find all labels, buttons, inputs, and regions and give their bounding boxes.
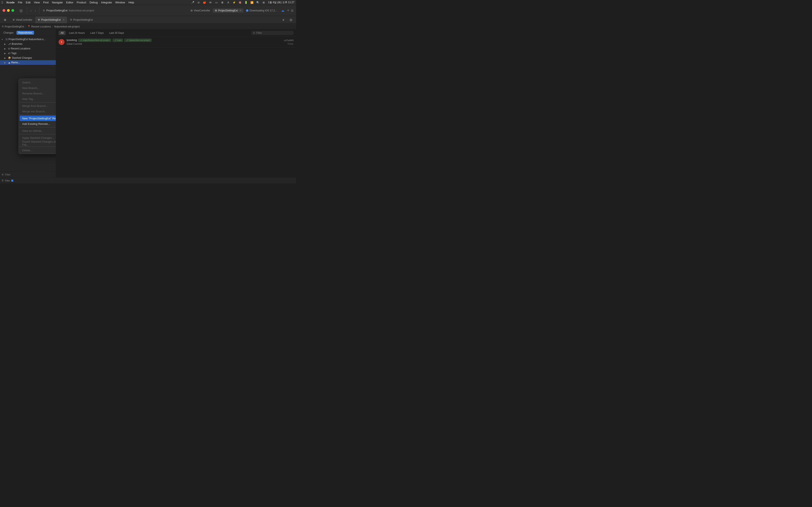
- github-icon[interactable]: ⊙: [197, 1, 200, 4]
- navigate-menu[interactable]: Navigate: [52, 1, 63, 4]
- project-icon: ⚙: [43, 9, 45, 12]
- menu-divider-1: [19, 102, 56, 103]
- view-menu[interactable]: View: [34, 1, 40, 4]
- tree-item-remotes[interactable]: ▶ ☁ Remo...: [0, 60, 56, 65]
- commit-info: lyoodong ⎇ origin/feature/test-set-proje…: [67, 39, 282, 45]
- close-button[interactable]: [3, 9, 5, 12]
- menu-item-merge-into[interactable]: Merge into Branch...: [19, 109, 56, 114]
- project-name: ProjectSettingExt: [46, 9, 67, 12]
- tree-item-recent-locations[interactable]: ▶ ⊙ Recent Locations: [0, 46, 56, 51]
- breadcrumb-locations[interactable]: Recent Locations: [31, 25, 51, 28]
- menu-item-new-branch[interactable]: New Branch...: [19, 85, 56, 91]
- menu-divider-2: [19, 115, 56, 115]
- filter-btn-30d[interactable]: Last 30 Days: [107, 31, 126, 35]
- commit-author: lyoodong: [67, 39, 77, 42]
- mela-icon[interactable]: 🍎: [203, 1, 206, 4]
- minimize-button[interactable]: [7, 9, 10, 12]
- menu-item-switch[interactable]: Switch...: [19, 80, 56, 85]
- add-button[interactable]: +: [287, 8, 289, 13]
- tree-item-branches[interactable]: ▶ ⎇ Branches: [0, 42, 56, 46]
- back-button[interactable]: ‹: [30, 8, 32, 13]
- menu-item-export-stashed[interactable]: Export Stashed Changes as Patch File...: [19, 140, 56, 146]
- edit-menu[interactable]: Edit: [26, 1, 31, 4]
- remotes-chevron: ▶: [4, 61, 7, 64]
- integrate-menu[interactable]: Integrate: [101, 1, 112, 4]
- tab-viewcontroller[interactable]: ⊞ ViewController: [10, 16, 35, 23]
- commit-meta: cd7e849 Today: [284, 39, 294, 45]
- cloud-icon[interactable]: ☁: [281, 8, 285, 12]
- layout-button[interactable]: ⊞: [2, 16, 8, 23]
- tab-projectsettingext-close[interactable]: ✕: [63, 18, 64, 21]
- tab-projectsettingext-active[interactable]: ⚙ ProjectSettingExt ✕: [213, 8, 243, 13]
- wifi-icon[interactable]: 📶: [250, 1, 254, 4]
- monitor-icon[interactable]: 🖥: [220, 1, 224, 4]
- menu-item-view-github[interactable]: View on GitHub...: [19, 128, 56, 133]
- maximize-button[interactable]: [11, 9, 14, 12]
- context-menu: Switch... New Branch... Rename Branch...…: [18, 78, 56, 154]
- editor-menu[interactable]: Editor: [66, 1, 73, 4]
- filter-search-input[interactable]: [256, 32, 292, 35]
- apple-menu[interactable]: : [2, 1, 3, 4]
- product-menu[interactable]: Product: [77, 1, 86, 4]
- branches-chevron: ▶: [4, 43, 7, 45]
- inspector-button[interactable]: ⊡: [288, 16, 294, 23]
- menu-item-merge-from[interactable]: Merge from Branch...: [19, 103, 56, 109]
- mute-icon[interactable]: 🔇: [238, 1, 242, 4]
- window-menu[interactable]: Window: [115, 1, 125, 4]
- tab-projectsettingext-2[interactable]: ⚙ ProjectSettingExt: [67, 16, 95, 23]
- search-icon[interactable]: 🔍: [256, 1, 259, 4]
- sidebar-filter-bar: ⚲: [0, 172, 56, 177]
- control-center-icon[interactable]: ⊞: [262, 1, 265, 4]
- tree-item-project[interactable]: ▾ ⊟ ProjectSettingExt feature/test-s...: [0, 37, 56, 42]
- status-indicator: [11, 180, 13, 182]
- viewcontroller-tab-icon: ⊞: [13, 18, 14, 21]
- debug-menu[interactable]: Debug: [90, 1, 98, 4]
- bluetooth-icon[interactable]: ⚡: [233, 1, 236, 4]
- tab-downloading[interactable]: ↓ Downloading iOS 17.2...: [244, 8, 279, 13]
- tree-item-stashed-changes[interactable]: ▶ 📦 Stashed Changes: [0, 56, 56, 60]
- battery-icon[interactable]: 🔋: [244, 1, 248, 4]
- menu-item-delete[interactable]: Delete...: [19, 148, 56, 153]
- commit-row[interactable]: I lyoodong ⎇ origin/feature/test-set-pro…: [56, 37, 296, 48]
- menu-item-apply-stashed[interactable]: Apply Stashed Changes...: [19, 135, 56, 140]
- breadcrumb-project[interactable]: ProjectSettingExt: [5, 25, 24, 28]
- sidebar-toggle-button[interactable]: ◫: [17, 7, 24, 14]
- menu-item-add-existing-remote[interactable]: Add Existing Remote...: [19, 121, 56, 126]
- sidebar-tab-repositories[interactable]: Repositories: [16, 31, 34, 35]
- screen-icon[interactable]: ▭: [215, 1, 218, 4]
- sidebar-filter-input[interactable]: [5, 173, 54, 176]
- menubar-right: 🎤 ⊙ 🍎 ✉ ▭ 🖥 A ⚡ 🔇 🔋 📶 🔍 ⊞ 1월 4일 (화) 오후 1…: [191, 1, 294, 4]
- split-view-button[interactable]: ⊟: [291, 9, 294, 12]
- menu-item-new-tag[interactable]: New Tag...: [19, 96, 56, 102]
- projectsettingext-tab-label: ProjectSettingExt: [41, 18, 61, 21]
- projectsettingext-label: ProjectSettingExt: [218, 9, 238, 12]
- menu-item-new-remote[interactable]: New "ProjectSettingExt" Remote...: [20, 116, 56, 121]
- file-menu[interactable]: File: [18, 1, 22, 4]
- filter-btn-all[interactable]: All: [59, 31, 65, 35]
- tree-item-tags[interactable]: ▶ 🏷 Tags: [0, 51, 56, 56]
- projectsettingext-icon: ⚙: [215, 9, 217, 12]
- xcode-menu[interactable]: Xcode: [6, 1, 14, 4]
- tab-bar-left: ⊞: [2, 16, 8, 23]
- filter-btn-24h[interactable]: Last 24 Hours: [67, 31, 87, 35]
- filter-status-icon: ⚲: [2, 179, 4, 182]
- mail-icon[interactable]: ✉: [209, 1, 212, 4]
- tab-close-icon[interactable]: ✕: [240, 9, 241, 12]
- sidebar-tab-changes[interactable]: Changes: [2, 31, 15, 35]
- mic-icon[interactable]: 🎤: [191, 1, 194, 4]
- recent-locations-chevron: ▶: [4, 48, 7, 50]
- project-info: ⚙ ProjectSettingExt feature/test-set-pro…: [43, 9, 94, 12]
- list-view-button[interactable]: ≡: [280, 16, 287, 23]
- menu-item-rename-branch[interactable]: Rename Branch...: [19, 91, 56, 96]
- tab-viewcontroller[interactable]: ⊞ ViewController: [189, 8, 212, 13]
- menubar:  Xcode File Edit View Find Navigate Edi…: [0, 0, 296, 5]
- font-icon[interactable]: A: [226, 1, 230, 4]
- filter-btn-7d[interactable]: Last 7 Days: [88, 31, 106, 35]
- breadcrumb-branch[interactable]: feature/test-set-project: [54, 25, 80, 28]
- forward-button[interactable]: ›: [34, 8, 37, 13]
- tab-projectsettingext[interactable]: ⚙ ProjectSettingExt ✕: [35, 16, 67, 23]
- main-layout: Changes Repositories ▾ ⊟ ProjectSettingE…: [0, 30, 296, 177]
- find-menu[interactable]: Find: [43, 1, 48, 4]
- help-menu[interactable]: Help: [129, 1, 134, 4]
- toolbar-tabs: ⊞ ViewController ⚙ ProjectSettingExt ✕ ↓…: [189, 8, 294, 13]
